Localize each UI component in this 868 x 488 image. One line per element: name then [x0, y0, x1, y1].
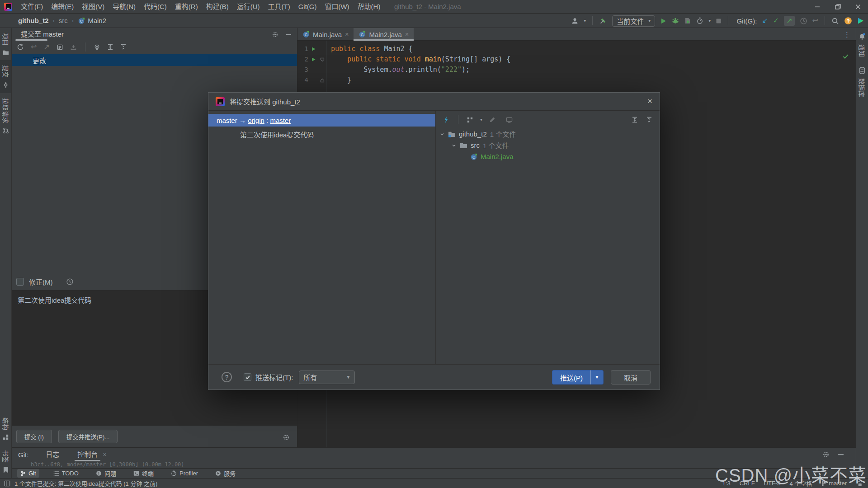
git-update-icon[interactable]: ↙	[762, 17, 768, 24]
toolbtn-problems[interactable]: 问题	[93, 469, 119, 478]
close-icon[interactable]: ×	[103, 451, 106, 458]
breadcrumb-project[interactable]: github_t2	[18, 17, 49, 24]
collapse-all-icon[interactable]	[646, 117, 652, 123]
refresh-icon[interactable]	[17, 43, 24, 51]
menu-code[interactable]: 代码(C)	[140, 0, 171, 14]
restore-icon[interactable]	[827, 0, 848, 14]
menu-file[interactable]: 文件(F)	[17, 0, 47, 14]
tab-git-log[interactable]: 日志	[45, 448, 60, 461]
chevron-down-icon[interactable]	[451, 143, 457, 148]
group-by-icon[interactable]	[467, 117, 473, 123]
user-icon[interactable]	[571, 17, 579, 25]
tree-row-file[interactable]: C Main2.java	[436, 151, 660, 162]
debug-bug-icon[interactable]	[672, 17, 679, 24]
push-button[interactable]: 推送(P)	[552, 370, 590, 385]
minimize-icon[interactable]	[807, 0, 827, 14]
commit-and-push-button[interactable]: 提交并推送(P)...	[58, 430, 118, 443]
search-icon[interactable]	[831, 17, 839, 25]
close-icon[interactable]	[848, 0, 868, 14]
status-message[interactable]: 1 个文件已提交: 第二次使用idea提交代码 (1 分钟 之前)	[14, 479, 157, 488]
fold-end-icon[interactable]	[320, 78, 325, 83]
collapse-all-icon[interactable]	[120, 44, 127, 50]
menu-git[interactable]: Git(G)	[294, 0, 321, 14]
origin-link[interactable]: origin	[248, 117, 264, 124]
stripe-notifications[interactable]: 通知	[856, 28, 868, 62]
chevron-down-icon[interactable]: ▾	[708, 19, 711, 23]
menu-run[interactable]: 运行(U)	[233, 0, 264, 14]
menu-tools[interactable]: 工具(T)	[264, 0, 294, 14]
gear-icon[interactable]	[283, 434, 290, 441]
tree-row-src[interactable]: src 1 个文件	[436, 140, 660, 151]
toolbtn-git[interactable]: Git	[17, 469, 39, 478]
toolbtn-services[interactable]: 服务	[212, 469, 239, 478]
menu-refactor[interactable]: 重构(R)	[171, 0, 202, 14]
tags-combo[interactable]: 所有 ▼	[299, 371, 355, 384]
cancel-button[interactable]: 取消	[611, 370, 651, 385]
hide-panel-icon[interactable]	[838, 451, 844, 458]
stripe-project[interactable]: 项目	[0, 28, 11, 60]
stripe-pull-requests[interactable]: 拉取请求	[0, 93, 11, 139]
target-branch-link[interactable]: master	[270, 117, 291, 124]
commit-panel-tab[interactable]: 提交至 master	[19, 28, 66, 41]
push-branch-row[interactable]: master → origin : master	[208, 114, 435, 127]
fold-start-icon[interactable]	[320, 57, 325, 62]
history-clock-icon[interactable]	[66, 278, 74, 286]
push-tags-checkbox[interactable]	[244, 373, 251, 381]
chevron-down-icon[interactable]	[439, 131, 445, 137]
menu-build[interactable]: 构建(B)	[202, 0, 233, 14]
push-options-arrow[interactable]: ▼	[590, 370, 604, 385]
tree-node-name: Main2.java	[481, 153, 514, 160]
tab-git-console[interactable]: 控制台	[76, 448, 99, 461]
menu-window[interactable]: 窗口(W)	[321, 0, 353, 14]
close-icon[interactable]: ×	[345, 31, 349, 38]
stripe-commit[interactable]: 提交	[0, 60, 11, 93]
run-line-icon[interactable]	[311, 57, 316, 62]
locate-icon[interactable]	[94, 44, 100, 51]
layout-icon[interactable]	[4, 480, 10, 487]
expand-all-icon[interactable]	[107, 44, 113, 50]
tab-main-java[interactable]: C Main.java ×	[297, 28, 354, 41]
commit-list-item[interactable]: 第二次使用idea提交代码	[208, 130, 435, 139]
jetbrains-toolbox-icon[interactable]	[857, 17, 864, 24]
compare-icon[interactable]	[443, 116, 450, 123]
toolbtn-profiler[interactable]: Profiler	[168, 469, 201, 478]
stripe-database[interactable]: 数据库	[856, 62, 868, 102]
toolbtn-terminal[interactable]: 终端	[130, 469, 157, 478]
tab-main2-java[interactable]: C Main2.java ×	[354, 28, 414, 41]
breadcrumb-file[interactable]: C Main2	[78, 17, 106, 24]
stripe-structure[interactable]: 结构	[0, 413, 11, 445]
help-icon[interactable]: ?	[222, 372, 232, 382]
close-icon[interactable]: ×	[405, 31, 409, 38]
chevron-down-icon[interactable]: ▾	[584, 19, 586, 23]
changes-tree-root[interactable]: 更改	[12, 54, 297, 66]
git-commit-check-icon[interactable]: ✓	[773, 17, 779, 24]
close-icon[interactable]: ×	[647, 97, 652, 105]
breadcrumb-folder[interactable]: src	[59, 17, 68, 24]
history-clock-icon[interactable]	[800, 17, 807, 25]
tab-list-kebab-icon[interactable]: ⋮	[844, 31, 850, 39]
menu-navigate[interactable]: 导航(N)	[108, 0, 140, 14]
run-line-icon[interactable]	[311, 47, 316, 52]
run-icon[interactable]	[660, 18, 667, 24]
gear-icon[interactable]	[822, 451, 830, 458]
expand-all-icon[interactable]	[632, 117, 638, 123]
changelist-icon[interactable]	[57, 44, 63, 51]
git-push-icon[interactable]: ↗	[784, 16, 794, 26]
tree-row-project[interactable]: github_t2 1 个文件	[436, 128, 660, 140]
profiler-icon[interactable]	[696, 17, 703, 24]
toolbtn-todo[interactable]: TODO	[50, 469, 82, 478]
menu-edit[interactable]: 编辑(E)	[47, 0, 78, 14]
update-notification-icon[interactable]	[844, 17, 852, 25]
stripe-bookmarks[interactable]: 书签	[0, 445, 11, 478]
amend-checkbox[interactable]	[16, 278, 24, 286]
inspections-ok-icon[interactable]	[842, 53, 849, 60]
chevron-down-icon[interactable]: ▾	[480, 117, 482, 122]
build-hammer-icon[interactable]	[599, 17, 607, 25]
gear-icon[interactable]	[272, 31, 278, 38]
coverage-icon[interactable]	[684, 17, 691, 24]
commit-button[interactable]: 提交 (I)	[16, 430, 52, 443]
run-config-combo[interactable]: 当前文件 ▾	[612, 15, 655, 27]
hide-panel-icon[interactable]	[286, 32, 292, 38]
menu-view[interactable]: 视图(V)	[78, 0, 108, 14]
menu-help[interactable]: 帮助(H)	[354, 0, 385, 14]
